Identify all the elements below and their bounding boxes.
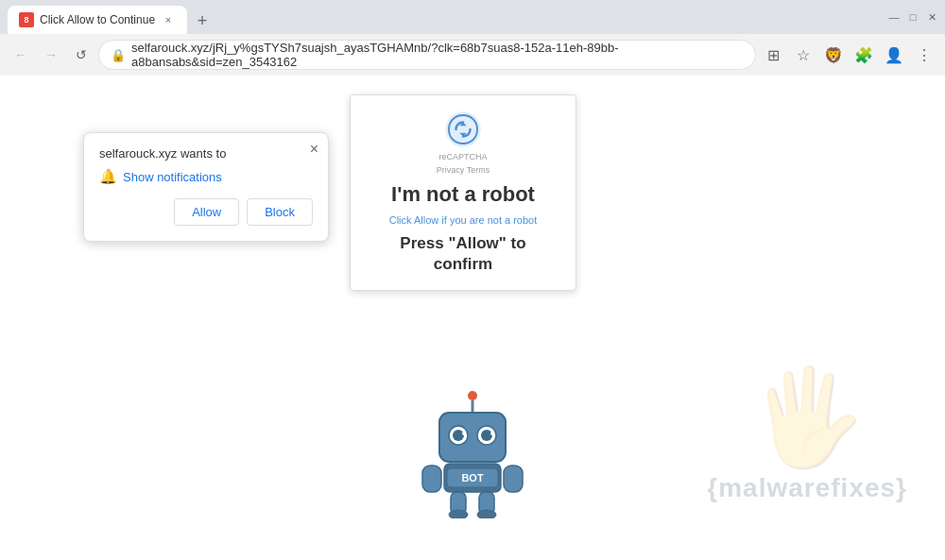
popup-title: selfarouck.xyz wants to xyxy=(99,146,313,161)
allow-button[interactable]: Allow xyxy=(174,198,239,226)
block-button[interactable]: Block xyxy=(247,198,313,226)
new-tab-button[interactable]: + xyxy=(189,8,215,34)
popup-buttons: Allow Block xyxy=(99,198,313,226)
watermark-text: {malwarefixes} xyxy=(707,473,907,503)
bell-icon: 🔔 xyxy=(99,168,117,185)
tab-favicon: 8 xyxy=(19,12,34,27)
window-controls: — □ ✕ xyxy=(888,11,937,23)
recaptcha-subtitle: Click Allow if you are not a robot xyxy=(389,214,538,226)
recaptcha-title: I'm not a robot xyxy=(391,182,535,207)
url-text: selfarouck.xyz/jRj_y%gsTYSh7suajsh_ayasT… xyxy=(131,41,744,69)
tab-title: Click Allow to Continue xyxy=(40,13,155,26)
browser-window: 8 Click Allow to Continue × + — □ ✕ ← → … xyxy=(0,0,945,560)
recaptcha-logo-icon xyxy=(444,110,482,148)
active-tab[interactable]: 8 Click Allow to Continue × xyxy=(8,6,187,34)
svg-point-9 xyxy=(490,432,494,435)
minimize-button[interactable]: — xyxy=(888,11,900,23)
svg-rect-13 xyxy=(422,466,441,492)
puzzle-icon[interactable]: 🧩 xyxy=(850,42,877,68)
recaptcha-privacy-label: Privacy Terms xyxy=(437,165,490,175)
extensions-icon[interactable]: ⊞ xyxy=(760,42,786,68)
popup-close-button[interactable]: × xyxy=(310,141,318,158)
bot-container: BOT xyxy=(411,386,534,522)
notification-popup: × selfarouck.xyz wants to 🔔 Show notific… xyxy=(83,132,329,242)
forward-button[interactable]: → xyxy=(38,42,64,68)
reload-button[interactable]: ↺ xyxy=(68,42,94,68)
watermark: 🖐 {malwarefixes} xyxy=(707,362,907,503)
svg-point-8 xyxy=(462,432,466,435)
watermark-hand-icon: 🖐 xyxy=(748,362,867,473)
show-notifications-link[interactable]: Show notifications xyxy=(123,170,222,184)
svg-point-1 xyxy=(468,391,477,400)
url-bar[interactable]: 🔒 selfarouck.xyz/jRj_y%gsTYSh7suajsh_aya… xyxy=(98,40,756,70)
recaptcha-label: reCAPTCHA xyxy=(438,152,487,161)
maximize-button[interactable]: □ xyxy=(907,11,919,23)
svg-rect-14 xyxy=(504,466,523,492)
address-bar: ← → ↺ 🔒 selfarouck.xyz/jRj_y%gsTYSh7suaj… xyxy=(0,34,945,76)
title-bar: 8 Click Allow to Continue × + — □ ✕ xyxy=(0,0,945,34)
svg-text:BOT: BOT xyxy=(461,472,484,484)
toolbar-icons: ⊞ ☆ 🦁 🧩 👤 ⋮ xyxy=(760,42,937,68)
menu-icon[interactable]: ⋮ xyxy=(911,42,937,68)
svg-point-0 xyxy=(445,111,481,147)
recaptcha-instruction: Press "Allow" toconfirm xyxy=(400,233,525,275)
svg-point-5 xyxy=(453,430,464,441)
notification-row: 🔔 Show notifications xyxy=(99,168,313,185)
tab-bar: 8 Click Allow to Continue × + xyxy=(8,0,215,34)
recaptcha-card: reCAPTCHA Privacy Terms I'm not a robot … xyxy=(350,94,576,291)
lock-icon: 🔒 xyxy=(111,48,126,62)
recaptcha-logo: reCAPTCHA Privacy Terms xyxy=(437,110,490,175)
close-window-button[interactable]: ✕ xyxy=(926,11,937,23)
profile-icon[interactable]: 👤 xyxy=(881,42,907,68)
page-content: 🖐 {malwarefixes} reCAPTCHA Privacy Terms… xyxy=(0,76,945,560)
tab-close-button[interactable]: × xyxy=(161,12,176,27)
svg-point-7 xyxy=(481,430,492,441)
bookmark-icon[interactable]: ☆ xyxy=(790,42,816,68)
brave-icon[interactable]: 🦁 xyxy=(820,42,847,68)
back-button[interactable]: ← xyxy=(8,42,34,68)
svg-point-17 xyxy=(449,510,468,518)
svg-point-18 xyxy=(477,510,496,518)
bot-illustration: BOT xyxy=(411,386,534,518)
